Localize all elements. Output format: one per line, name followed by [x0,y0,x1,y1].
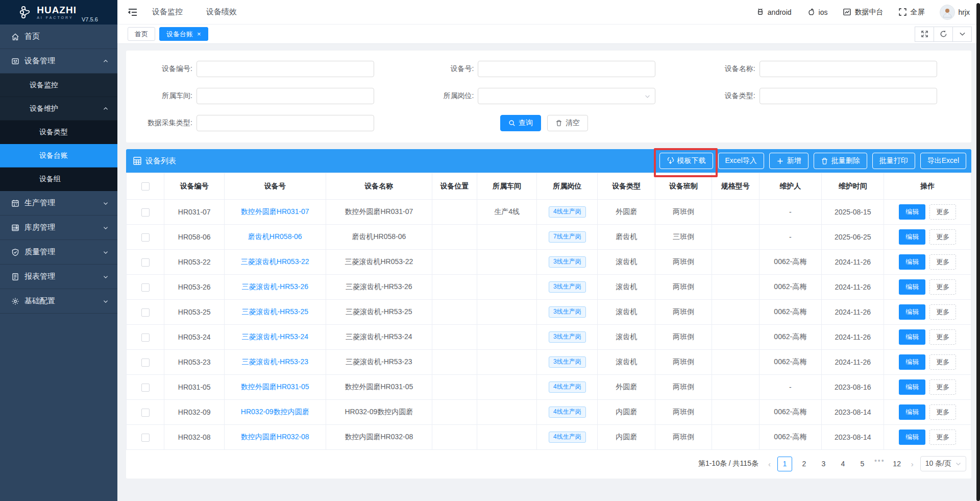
sidebar-item-设备台账[interactable]: 设备台账 [0,144,117,168]
more-button[interactable]: 更多 [929,254,956,270]
row-checkbox[interactable] [141,308,150,317]
post-tag[interactable]: 4线生产岗 [549,381,586,393]
row-checkbox[interactable] [141,333,150,342]
sidebar-item-设备监控[interactable]: 设备监控 [0,74,117,97]
device-no-link[interactable]: 三菱滚齿机-HR53-24 [241,332,308,341]
tab-设备台账[interactable]: 设备台账× [159,27,208,41]
post-tag[interactable]: 4线生产岗 [549,432,586,443]
next-page-button[interactable]: › [909,460,916,468]
topbar-item-android[interactable]: android [756,8,792,16]
input-设备名称[interactable] [760,61,937,77]
topbar-item-数据中台[interactable]: 数据中台 [843,8,883,17]
more-button[interactable]: 更多 [929,329,956,345]
query-button[interactable]: 查询 [500,115,541,131]
sidebar-item-基础配置[interactable]: 基础配置 [0,289,117,314]
tab-首页[interactable]: 首页 [128,27,155,41]
refresh-button[interactable] [934,27,953,42]
toolbar-button-批量删除[interactable]: 批量删除 [814,153,867,169]
input-数据采集类型[interactable] [197,115,374,131]
sidebar-item-首页[interactable]: 首页 [0,25,117,49]
input-设备编号[interactable] [197,61,374,77]
toolbar-button-Excel导入[interactable]: Excel导入 [718,153,764,169]
edit-button[interactable]: 编辑 [899,229,925,245]
device-no-link[interactable]: 数控外圆磨HR031-05 [241,383,309,391]
select-all-checkbox[interactable] [141,182,150,190]
more-button[interactable]: 更多 [929,279,956,295]
device-no-link[interactable]: 三菱滚齿机-HR53-25 [241,307,308,316]
edit-button[interactable]: 编辑 [899,254,925,270]
device-no-link[interactable]: 三菱滚齿机HR053-22 [241,257,309,266]
page-button-5[interactable]: 5 [855,457,870,471]
sidebar-item-设备管理[interactable]: 设备管理 [0,49,117,74]
row-checkbox[interactable] [141,233,150,242]
top-menu-item-设备绩效[interactable]: 设备绩效 [206,7,237,17]
edit-button[interactable]: 编辑 [899,354,925,370]
toolbar-button-批量打印[interactable]: 批量打印 [872,153,915,169]
more-button[interactable]: 更多 [929,404,956,420]
edit-button[interactable]: 编辑 [899,404,925,420]
toolbar-button-新增[interactable]: 新增 [769,153,808,169]
post-tag[interactable]: 4线生产岗 [549,407,586,418]
edit-button[interactable]: 编辑 [899,379,925,395]
sidebar-item-设备类型[interactable]: 设备类型 [0,121,117,144]
input-设备类型[interactable] [760,88,937,104]
edit-button[interactable]: 编辑 [899,204,925,220]
row-checkbox[interactable] [141,409,150,417]
edit-button[interactable]: 编辑 [899,329,925,345]
row-checkbox[interactable] [141,208,150,217]
select-所属岗位[interactable] [478,88,655,104]
device-no-link[interactable]: HR032-09数控内圆磨 [241,408,309,416]
sidebar-item-质量管理[interactable]: 质量管理 [0,240,117,265]
more-button[interactable]: 更多 [929,354,956,370]
topbar-item-ios[interactable]: ios [807,8,828,16]
device-no-link[interactable]: 磨齿机HR058-06 [248,232,302,241]
clear-button[interactable]: 清空 [547,115,588,131]
pagination-ellipsis[interactable]: ••• [874,457,885,471]
row-checkbox[interactable] [141,258,150,267]
post-tag[interactable]: 3线生产岗 [549,281,586,293]
post-tag[interactable]: 3线生产岗 [549,306,586,318]
device-no-link[interactable]: 数控内圆磨HR032-08 [241,433,309,441]
device-no-link[interactable]: 三菱滚齿机-HR53-23 [241,357,308,366]
post-tag[interactable]: 4线生产岗 [549,206,586,218]
more-button[interactable]: 更多 [929,304,956,320]
page-button-1[interactable]: 1 [777,457,792,471]
sidebar-item-生产管理[interactable]: 生产管理 [0,191,117,216]
post-tag[interactable]: 7线生产岗 [549,231,586,243]
page-size-select[interactable]: 10 条/页 [920,456,966,471]
more-button[interactable]: 更多 [929,204,956,220]
more-button[interactable]: 更多 [929,430,956,445]
close-tab-icon[interactable]: × [197,31,201,37]
post-tag[interactable]: 3线生产岗 [549,331,586,343]
sidebar-item-报表管理[interactable]: 报表管理 [0,265,117,289]
page-button-4[interactable]: 4 [836,457,850,471]
edit-button[interactable]: 编辑 [899,279,925,295]
collapse-sidebar-icon[interactable] [128,7,138,17]
row-checkbox[interactable] [141,434,150,442]
page-button-12[interactable]: 12 [890,457,904,471]
device-no-link[interactable]: 数控外圆磨HR031-07 [241,207,309,216]
page-button-3[interactable]: 3 [816,457,831,471]
page-button-2[interactable]: 2 [797,457,812,471]
tab-options-button[interactable] [952,27,972,42]
post-tag[interactable]: 3线生产岗 [549,256,586,268]
expand-view-button[interactable] [915,27,934,42]
toolbar-button-模板下载[interactable]: 模板下载 [659,153,713,169]
input-所属车间[interactable] [197,88,374,104]
device-no-link[interactable]: 三菱滚齿机-HR53-26 [241,282,308,291]
post-tag[interactable]: 3线生产岗 [549,356,586,368]
edit-button[interactable]: 编辑 [899,304,925,320]
edit-button[interactable]: 编辑 [899,430,925,445]
top-menu-item-设备监控[interactable]: 设备监控 [152,7,183,17]
user-menu[interactable]: hrjx [940,5,970,20]
window-scrollbar[interactable] [976,3,980,501]
row-checkbox[interactable] [141,283,150,292]
more-button[interactable]: 更多 [929,379,956,395]
sidebar-item-设备组[interactable]: 设备组 [0,168,117,191]
input-设备号[interactable] [478,61,655,77]
row-checkbox[interactable] [141,384,150,392]
row-checkbox[interactable] [141,359,150,367]
more-button[interactable]: 更多 [929,229,956,245]
toolbar-button-导出Excel[interactable]: 导出Excel [920,153,966,169]
sidebar-item-设备维护[interactable]: 设备维护 [0,97,117,121]
